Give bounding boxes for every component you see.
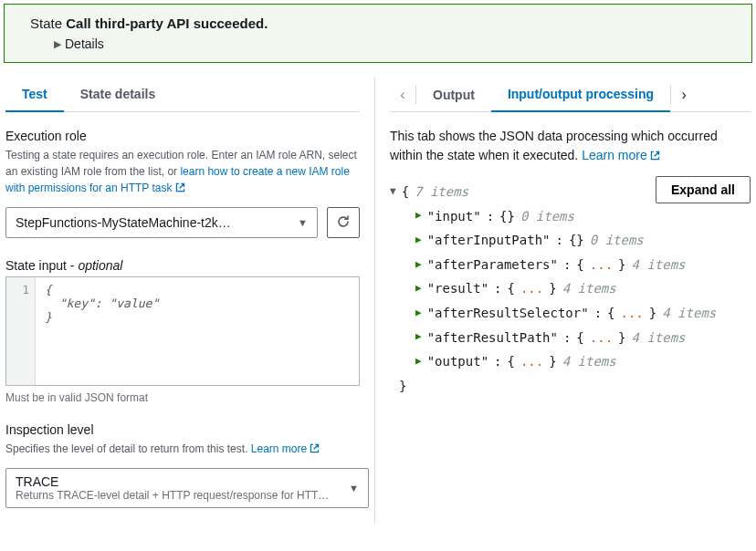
caret-down-icon: ▼ [298, 217, 308, 228]
tree-row[interactable]: ▶"afterInputPath" : {} 0 items [390, 228, 751, 253]
chevron-right-icon: › [681, 87, 686, 102]
code-content[interactable]: { "key": "value" } [36, 277, 359, 385]
caret-down-icon: ▼ [390, 182, 396, 202]
refresh-icon [336, 214, 351, 232]
caret-right-icon: ▶ [415, 352, 422, 371]
success-banner: State Call third-party API succeeded. ▶ … [4, 4, 752, 63]
tree-close-brace: } [390, 374, 751, 399]
caret-right-icon: ▶ [415, 255, 422, 275]
inspection-learn-more-link[interactable]: Learn more [251, 442, 320, 455]
caret-down-icon: ▼ [349, 483, 359, 494]
tab-io-processing[interactable]: Input/output processing [491, 78, 670, 112]
state-input-editor[interactable]: 1 { "key": "value" } [5, 276, 360, 386]
scroll-left-button[interactable]: ‹ [390, 87, 415, 103]
details-toggle[interactable]: ▶ Details [54, 36, 737, 51]
inspection-level-label: Inspection level [5, 422, 360, 437]
right-tabs: ‹ Output Input/output processing › [390, 78, 751, 112]
execution-role-select[interactable]: StepFunctions-MyStateMachine-t2k… ▼ [5, 207, 318, 238]
line-gutter: 1 [6, 277, 36, 385]
caret-right-icon: ▶ [415, 206, 422, 225]
tree-row[interactable]: ▶"afterResultSelector" : {...} 4 items [390, 301, 751, 326]
json-format-help: Must be in valid JSON format [5, 391, 360, 404]
external-link-icon [174, 182, 186, 198]
json-tree: Expand all ▼ { 7 items ▶"input" : {} 0 i… [390, 180, 751, 398]
inspection-helper: Specifies the level of detail to return … [5, 441, 360, 459]
tab-test[interactable]: Test [5, 78, 64, 112]
execution-role-helper: Testing a state requires an execution ro… [5, 147, 360, 198]
inspection-level-select[interactable]: TRACE Returns TRACE-level detail + HTTP … [5, 468, 369, 508]
tab-state-details[interactable]: State details [64, 78, 172, 111]
caret-right-icon: ▶ [415, 231, 422, 250]
io-tab-description: This tab shows the JSON data processing … [390, 127, 751, 167]
execution-role-label: Execution role [5, 129, 360, 143]
expand-all-button[interactable]: Expand all [656, 176, 751, 203]
caret-right-icon: ▶ [415, 304, 422, 323]
banner-title: State Call third-party API succeeded. [30, 16, 268, 31]
caret-right-icon: ▶ [415, 327, 422, 347]
chevron-left-icon: ‹ [400, 87, 404, 102]
external-link-icon [649, 148, 661, 167]
external-link-icon [309, 442, 320, 459]
caret-right-icon: ▶ [54, 38, 61, 50]
tree-row[interactable]: ▶"input" : {} 0 items [390, 204, 751, 229]
tree-row[interactable]: ▶"afterResultPath" : {...} 4 items [390, 326, 751, 350]
tree-row[interactable]: ▶"afterParameters" : {...} 4 items [390, 253, 751, 277]
caret-right-icon: ▶ [415, 279, 422, 298]
refresh-button[interactable] [327, 207, 360, 238]
scroll-right-button[interactable]: › [671, 87, 697, 103]
tree-row[interactable]: ▶"result" : {...} 4 items [390, 276, 751, 301]
state-input-label: State input - optional [5, 258, 360, 273]
io-learn-more-link[interactable]: Learn more [582, 148, 661, 162]
tab-output[interactable]: Output [416, 78, 491, 111]
left-tabs: Test State details [5, 78, 360, 112]
tree-row[interactable]: ▶"output" : {...} 4 items [390, 349, 751, 374]
